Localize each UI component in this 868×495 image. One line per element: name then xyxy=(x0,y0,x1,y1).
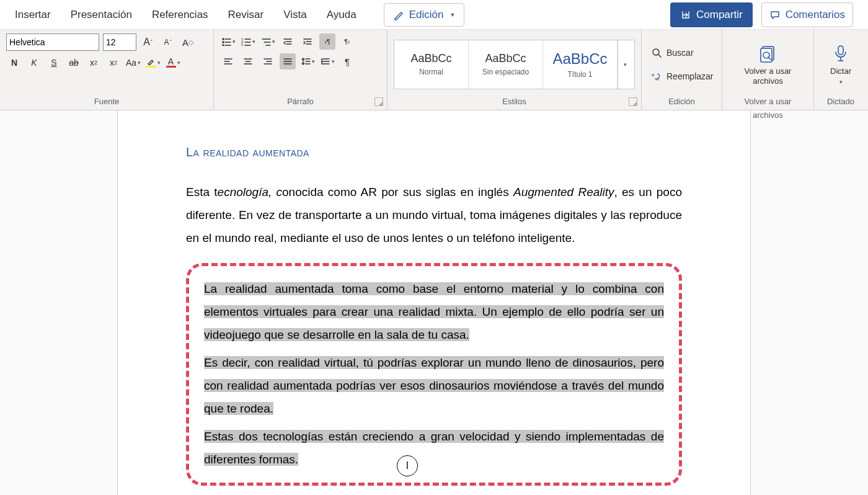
menubar: Insertar Presentación Referencias Revisa… xyxy=(0,0,868,30)
bold-button[interactable]: N xyxy=(6,55,22,71)
paragraph-1[interactable]: Esta tecnología, conocida como AR por su… xyxy=(186,181,682,249)
comments-button[interactable]: Comentarios xyxy=(761,2,853,27)
svg-text:a: a xyxy=(652,72,655,78)
tab-referencias[interactable]: Referencias xyxy=(152,9,208,21)
align-center-button[interactable] xyxy=(240,53,256,69)
group-paragraph: ▾ 123▾ ▾ ›¶ ¶‹ ▾ ▾ ¶ Párrafo xyxy=(214,30,388,110)
share-icon xyxy=(680,9,691,20)
tab-revisar[interactable]: Revisar xyxy=(228,9,264,21)
tab-insertar[interactable]: Insertar xyxy=(15,9,51,21)
decrease-indent-button[interactable] xyxy=(280,33,296,50)
comments-label: Comentarios xyxy=(786,9,845,21)
styles-dialog-launcher[interactable] xyxy=(629,97,637,106)
group-editing: Buscar ab Reemplazar Edición xyxy=(642,30,722,110)
search-icon xyxy=(652,48,662,58)
replace-button[interactable]: ab Reemplazar xyxy=(652,68,715,84)
align-justify-button[interactable] xyxy=(280,53,296,69)
ribbon: A˄ A˅ A◇ N K S ab x2 x2 Aa▾ ▾ A▾ Fuente … xyxy=(0,30,868,110)
group-paragraph-label: Párrafo xyxy=(220,95,381,109)
bullets-icon xyxy=(221,37,231,46)
paragraph-4[interactable]: Estas dos tecnologías están creciendo a … xyxy=(204,425,664,471)
superscript-button[interactable]: x2 xyxy=(105,55,122,71)
strikethrough-button[interactable]: ab xyxy=(66,55,82,71)
svg-text:3: 3 xyxy=(241,43,244,46)
svg-point-2 xyxy=(223,45,224,46)
svg-point-1 xyxy=(223,42,224,43)
group-styles: AaBbCc Normal AaBbCc Sin espaciado AaBbC… xyxy=(388,30,642,110)
outdent-icon xyxy=(283,37,293,46)
tab-presentacion[interactable]: Presentación xyxy=(71,9,132,21)
group-styles-label: Estilos xyxy=(394,95,635,109)
document-canvas[interactable]: La realidad aumentada Esta tecnología, c… xyxy=(0,110,868,495)
align-left-icon xyxy=(223,57,233,66)
font-name-combo[interactable] xyxy=(6,33,99,51)
dictate-button[interactable]: Dictar▾ xyxy=(825,40,856,88)
italic-button[interactable]: K xyxy=(26,55,42,71)
comment-icon xyxy=(769,9,781,20)
highlight-color-button[interactable]: ▾ xyxy=(145,55,161,71)
shading-button[interactable]: ▾ xyxy=(319,53,335,69)
svg-rect-10 xyxy=(761,48,772,62)
multilevel-list-button[interactable]: ▾ xyxy=(260,33,276,50)
share-button[interactable]: Compartir xyxy=(670,2,753,27)
grow-font-button[interactable]: A˄ xyxy=(140,34,156,50)
style-no-spacing[interactable]: AaBbCc Sin espaciado xyxy=(469,40,543,89)
styles-gallery: AaBbCc Normal AaBbCc Sin espaciado AaBbC… xyxy=(394,40,635,89)
microphone-icon xyxy=(830,43,851,64)
shrink-font-button[interactable]: A˅ xyxy=(160,34,176,50)
group-reuse: Volver a usar archivos Volver a usar arc… xyxy=(722,30,814,110)
align-left-button[interactable] xyxy=(220,53,236,69)
indent-icon xyxy=(303,37,312,46)
multilevel-icon xyxy=(261,37,271,46)
bullets-button[interactable]: ▾ xyxy=(220,33,236,50)
subscript-button[interactable]: x2 xyxy=(86,55,102,71)
share-label: Compartir xyxy=(696,9,743,21)
show-marks-button[interactable]: ¶ xyxy=(339,53,355,69)
page[interactable]: La realidad aumentada Esta tecnología, c… xyxy=(118,110,750,495)
underline-button[interactable]: S xyxy=(46,55,62,71)
highlighter-icon xyxy=(147,58,156,65)
svg-point-6 xyxy=(653,49,659,55)
font-color-button[interactable]: A▾ xyxy=(165,55,181,71)
styles-gallery-more[interactable]: ▾ xyxy=(618,40,631,89)
tab-ayuda[interactable]: Ayuda xyxy=(327,9,356,21)
editing-mode-dropdown[interactable]: Edición ▼ xyxy=(384,3,465,27)
group-editing-label: Edición xyxy=(648,95,715,109)
align-justify-icon xyxy=(283,57,293,66)
doc-heading[interactable]: La realidad aumentada xyxy=(186,145,682,159)
align-right-button[interactable] xyxy=(260,53,276,69)
group-dictate: Dictar▾ Dictado xyxy=(814,30,867,110)
reuse-files-icon xyxy=(758,43,779,64)
style-heading1[interactable]: AaBbCc Título 1 xyxy=(543,40,618,89)
paragraph-dialog-launcher[interactable] xyxy=(374,97,383,106)
numbering-button[interactable]: 123▾ xyxy=(240,33,256,50)
tab-vista[interactable]: Vista xyxy=(283,9,307,21)
clear-formatting-button[interactable]: A◇ xyxy=(180,34,196,50)
find-button[interactable]: Buscar xyxy=(652,45,715,61)
line-spacing-icon xyxy=(301,57,311,66)
indent-markers-icon xyxy=(321,57,330,66)
numbering-icon: 123 xyxy=(241,37,251,46)
pen-icon xyxy=(393,9,404,20)
group-dictate-label: Dictado xyxy=(820,95,861,109)
chevron-down-icon: ▾ xyxy=(839,79,843,85)
svg-rect-12 xyxy=(838,46,843,55)
line-spacing-button[interactable]: ▾ xyxy=(299,53,316,69)
group-reuse-label: Volver a usar archivos xyxy=(728,95,807,109)
svg-point-0 xyxy=(223,38,224,40)
reuse-files-button[interactable]: Volver a usar archivos xyxy=(728,40,807,88)
increase-indent-button[interactable] xyxy=(299,33,316,50)
paragraph-3[interactable]: Es decir, con realidad virtual, tú podrí… xyxy=(204,351,664,420)
chevron-down-icon: ▼ xyxy=(450,12,455,18)
paragraph-2[interactable]: La realidad aumentada toma como base el … xyxy=(204,277,664,346)
align-center-icon xyxy=(243,57,253,66)
font-size-combo[interactable] xyxy=(103,33,136,51)
change-case-button[interactable]: Aa▾ xyxy=(125,55,141,71)
style-normal[interactable]: AaBbCc Normal xyxy=(394,40,469,89)
ltr-direction-button[interactable]: ›¶ xyxy=(319,33,335,50)
group-font: A˄ A˅ A◇ N K S ab x2 x2 Aa▾ ▾ A▾ Fuente xyxy=(0,30,214,110)
align-right-icon xyxy=(263,57,273,66)
replace-icon: ab xyxy=(652,71,662,81)
annotation-highlight-box: La realidad aumentada toma como base el … xyxy=(186,263,682,485)
rtl-direction-button[interactable]: ¶‹ xyxy=(339,33,355,50)
